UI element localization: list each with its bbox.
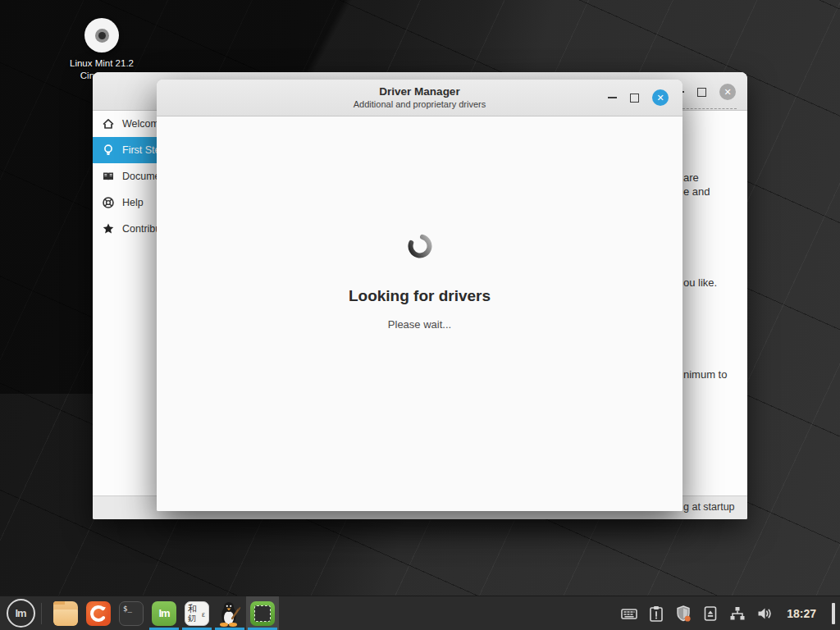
- taskbar-clock[interactable]: 18:27: [782, 607, 823, 620]
- terminal-icon: $_: [119, 601, 144, 626]
- mint-logo-icon: lm: [7, 599, 35, 628]
- window-button-mint-welcome[interactable]: lm: [148, 596, 180, 630]
- taskbar: lm $_ lm 和 釖 ε: [0, 596, 840, 630]
- close-icon[interactable]: ✕: [652, 89, 669, 106]
- window-subtitle: Additional and proprietary drivers: [354, 99, 486, 111]
- driver-manager-content: Looking for drivers Please wait...: [157, 116, 682, 511]
- removable-media-icon[interactable]: [701, 596, 720, 630]
- clipped-text-fragment: nimum to: [683, 368, 727, 381]
- home-icon: [102, 117, 115, 130]
- system-tray: 18:27: [619, 596, 840, 630]
- driver-manager-icon: [250, 601, 275, 626]
- keyboard-layout-icon[interactable]: [619, 596, 639, 630]
- lightbulb-icon: [102, 144, 115, 157]
- input-method-icon: 和 釖 ε: [185, 601, 209, 626]
- loading-spinner-icon: [405, 231, 435, 261]
- tux-penguin-icon: [217, 600, 242, 627]
- driver-manager-window: Driver Manager Additional and proprietar…: [157, 80, 682, 511]
- window-button-input-method[interactable]: 和 釖 ε: [180, 596, 213, 630]
- launcher-firefox[interactable]: [82, 596, 115, 630]
- mint-welcome-icon: lm: [152, 601, 176, 626]
- taskbar-separator: [41, 603, 42, 624]
- firefox-icon: [86, 601, 111, 626]
- show-desktop-strip[interactable]: [832, 603, 835, 624]
- status-heading: Looking for drivers: [349, 287, 491, 305]
- launcher-files[interactable]: [49, 596, 82, 630]
- minimize-icon[interactable]: [608, 97, 617, 98]
- updates-available-dot: [685, 615, 691, 621]
- window-button-tux-app[interactable]: [213, 596, 246, 630]
- system-reports-icon[interactable]: [646, 596, 666, 630]
- network-icon[interactable]: [728, 596, 747, 630]
- folder-icon: [53, 601, 78, 626]
- show-at-startup-label[interactable]: g at startup: [683, 501, 735, 513]
- titlebar-dashed-separator: [682, 108, 737, 109]
- clipped-text-fragment: e and: [683, 185, 710, 198]
- window-title: Driver Manager: [379, 85, 459, 99]
- clipped-text-fragment: are: [683, 171, 699, 184]
- book-icon: [102, 170, 115, 183]
- maximize-icon[interactable]: [697, 88, 706, 97]
- desktop-screen: Linux Mint 21.2 Cinnamon ✕ Welcome: [0, 0, 840, 630]
- status-message: Please wait...: [388, 318, 451, 331]
- volume-icon[interactable]: [755, 596, 774, 630]
- star-icon: [102, 222, 115, 235]
- clipped-text-fragment: ou like.: [683, 276, 717, 289]
- close-icon[interactable]: ✕: [719, 84, 736, 100]
- update-manager-shield-icon[interactable]: [673, 596, 693, 630]
- driver-manager-titlebar[interactable]: Driver Manager Additional and proprietar…: [157, 80, 682, 116]
- maximize-icon[interactable]: [630, 94, 639, 103]
- optical-disc-icon: [84, 18, 119, 52]
- mint-menu-button[interactable]: lm: [0, 596, 41, 630]
- lifebuoy-icon: [102, 196, 115, 209]
- window-button-driver-manager[interactable]: [246, 596, 279, 630]
- launcher-terminal[interactable]: $_: [115, 596, 148, 630]
